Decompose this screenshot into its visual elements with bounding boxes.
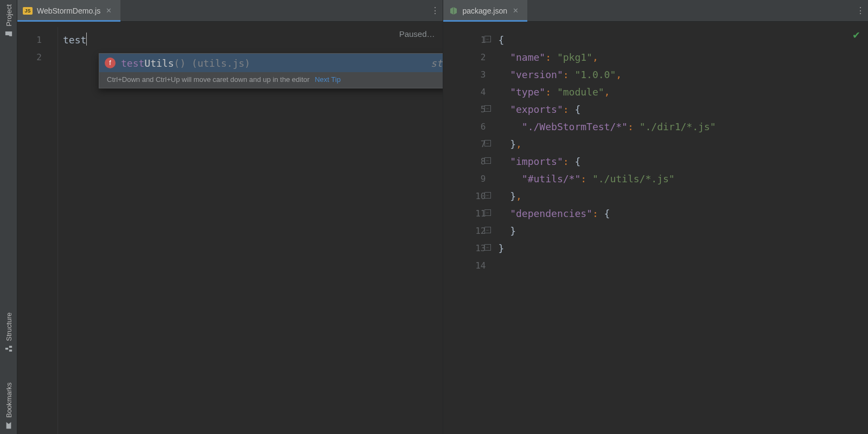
line-number: 9 [443, 170, 489, 188]
tab-bar-menu[interactable]: ⋮ [853, 0, 868, 21]
line-number: 8 [443, 153, 489, 170]
code-line[interactable]: "exports": { [493, 101, 869, 118]
code-line[interactable]: } [493, 222, 869, 240]
editor-tabs-right: package.json ✕ ⋮ [443, 0, 869, 22]
editor-pane-right: package.json ✕ ⋮ ✔ 1 2 3 4 5 6 7 [443, 0, 869, 434]
close-icon[interactable]: ✕ [512, 5, 520, 16]
line-number: 4 [443, 84, 489, 101]
editor-pane-left: JS WebStormDemo.js ✕ ⋮ Paused… 1 2 test [17, 0, 443, 434]
line-number: 10 [443, 188, 489, 205]
close-icon[interactable]: ✕ [105, 5, 113, 16]
caret [86, 33, 87, 46]
code-line[interactable] [493, 257, 869, 275]
line-number: 6 [443, 118, 489, 136]
tool-window-bookmarks[interactable]: Bookmarks [3, 380, 14, 432]
fold-icon[interactable]: − [484, 105, 491, 112]
tab-package-json[interactable]: package.json ✕ [443, 0, 528, 21]
code-line[interactable]: }, [493, 188, 869, 205]
autocomplete-item[interactable]: f testUtils() (utils.js) string [99, 54, 474, 72]
tool-window-stripe: Project Structure Bookmarks [0, 0, 17, 434]
line-gutter: 1 2 [17, 27, 58, 434]
fold-icon[interactable]: − [484, 209, 491, 216]
code-line[interactable]: { [493, 31, 869, 49]
tab-webstormdemo-js[interactable]: JS WebStormDemo.js ✕ [17, 0, 120, 21]
code-line[interactable]: "imports": { [493, 153, 869, 170]
fold-icon[interactable]: − [484, 192, 491, 199]
bookmark-icon [4, 421, 13, 430]
svg-rect-0 [9, 350, 11, 352]
tool-window-label: Bookmarks [4, 382, 12, 418]
editor-tabs-left: JS WebStormDemo.js ✕ ⋮ [17, 0, 443, 22]
line-number: 1 [17, 31, 57, 49]
code-line[interactable]: test [58, 31, 443, 49]
line-number: 12 [443, 222, 489, 240]
tool-window-label: Structure [4, 312, 12, 341]
ide-window: Project Structure Bookmarks J [0, 0, 868, 434]
code-line[interactable]: } [493, 240, 869, 257]
autocomplete-hint: Ctrl+Down and Ctrl+Up will move caret do… [99, 72, 474, 88]
tab-label: WebStormDemo.js [37, 7, 100, 15]
structure-icon [4, 344, 13, 353]
tab-label: package.json [463, 7, 508, 15]
fold-icon[interactable]: − [484, 140, 491, 146]
code-line[interactable]: "version": "1.0.0", [493, 66, 869, 84]
fold-icon[interactable]: − [484, 227, 491, 233]
tab-bar-spacer [527, 0, 853, 21]
line-number: 1 [443, 31, 489, 49]
tool-window-project[interactable]: Project [3, 2, 14, 40]
line-gutter: 1 2 3 4 5 6 7 8 9 10 11 12 13 14 [443, 27, 493, 275]
code-line[interactable]: "dependencies": { [493, 205, 869, 222]
editor-split: JS WebStormDemo.js ✕ ⋮ Paused… 1 2 test [17, 0, 868, 434]
autocomplete-item-text: testUtils() (utils.js) [121, 58, 425, 69]
autocomplete-popup: f testUtils() (utils.js) string Ctrl+Dow… [99, 53, 474, 88]
line-number: 14 [443, 257, 489, 275]
tab-bar-menu[interactable]: ⋮ [427, 0, 443, 21]
tool-window-label: Project [4, 4, 12, 26]
line-number: 3 [443, 66, 489, 84]
fold-icon[interactable]: − [484, 244, 491, 251]
line-number: 5 [443, 101, 489, 118]
code-area[interactable]: { "name": "pkg1", "version": "1.0.0", "t… [493, 27, 869, 434]
line-number: 2 [17, 49, 57, 66]
function-icon: f [105, 58, 116, 68]
fold-icon[interactable]: − [484, 36, 491, 42]
js-file-icon: JS [23, 7, 33, 15]
next-tip-link[interactable]: Next Tip [315, 75, 341, 84]
code-line[interactable]: "type": "module", [493, 84, 869, 101]
code-area[interactable]: test f testUtils() (utils.js) string Ctr… [58, 27, 443, 434]
svg-rect-1 [5, 348, 8, 350]
code-line[interactable]: }, [493, 136, 869, 153]
code-line[interactable]: "#utils/*": "./utils/*.js" [493, 170, 869, 188]
tool-window-structure[interactable]: Structure [3, 310, 14, 355]
editor-body[interactable]: ✔ 1 2 3 4 5 6 7 8 9 10 11 12 [443, 22, 869, 434]
line-number: 2 [443, 49, 489, 66]
code-line[interactable]: "name": "pkg1", [493, 49, 869, 66]
svg-rect-2 [9, 346, 11, 348]
line-number: 7 [443, 136, 489, 153]
folder-icon [4, 29, 13, 38]
editor-body[interactable]: Paused… 1 2 test f testUtils() (utils.js… [17, 22, 443, 434]
code-line[interactable]: "./WebStormTest/*": "./dir1/*.js" [493, 118, 869, 136]
line-number: 13 [443, 240, 489, 257]
hint-text: Ctrl+Down and Ctrl+Up will move caret do… [107, 75, 310, 84]
line-number: 11 [443, 205, 489, 222]
package-json-icon [449, 7, 458, 15]
fold-icon[interactable]: − [484, 157, 491, 164]
tab-bar-spacer [120, 0, 427, 21]
